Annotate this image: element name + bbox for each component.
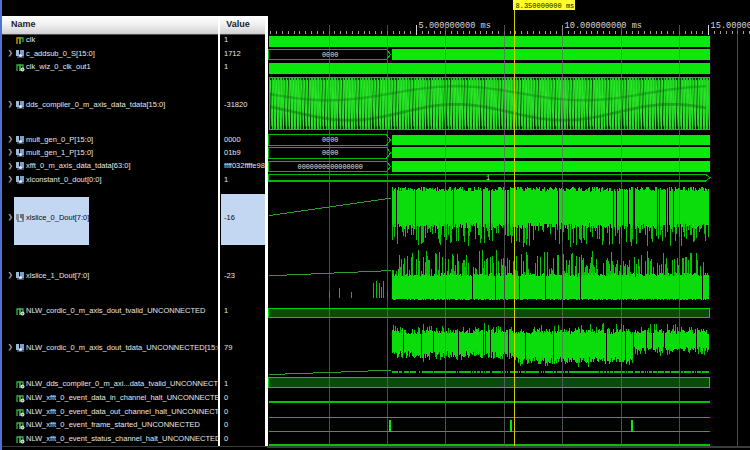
svg-text:0000: 0000: [322, 149, 338, 157]
svg-text:0000000000000000: 0000000000000000: [298, 163, 363, 171]
svg-text:1: 1: [486, 174, 490, 182]
svg-text:15.000000000 m: 15.000000000 m: [711, 21, 750, 31]
svg-text:0000: 0000: [322, 136, 338, 144]
svg-text:10.000000000 ms: 10.000000000 ms: [565, 21, 642, 31]
svg-text:0000: 0000: [322, 51, 338, 59]
svg-text:5.000000000 ms: 5.000000000 ms: [419, 21, 491, 31]
svg-text:8.350000000 ms: 8.350000000 ms: [516, 2, 575, 10]
